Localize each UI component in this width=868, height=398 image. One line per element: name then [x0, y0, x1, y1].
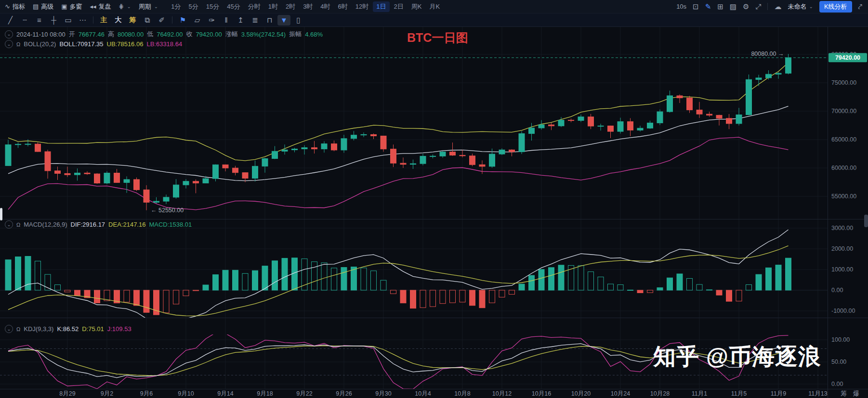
parallel-lines-tool-icon[interactable]: ≡: [33, 15, 46, 26]
boll-readout-row: ⌄ Ω BOLL(20,2) BOLL:70917.35 UB:78516.06…: [5, 40, 182, 48]
timeframe-1日[interactable]: 1日: [373, 1, 389, 12]
boll-name[interactable]: BOLL(20,2): [24, 40, 56, 48]
magnet-tool-icon[interactable]: ⊓: [263, 15, 276, 26]
collapse-chevron-icon[interactable]: ⌄: [5, 30, 13, 39]
draw-panel-icon[interactable]: ✎: [705, 2, 711, 11]
svg-text:9月14: 9月14: [217, 390, 233, 397]
top-menu-bar: ∿指标▤高级▣多窗◂◂复盘⋕⌄周期⌄ 1分5分15分45分分时1时2时3时4时6…: [0, 0, 868, 13]
svg-text:100.00: 100.00: [831, 336, 850, 343]
svg-text:-1000.00: -1000.00: [831, 308, 855, 314]
screenshot-icon[interactable]: ⊡: [693, 2, 699, 11]
macd-name[interactable]: MACD(12,26,9): [24, 221, 67, 228]
brush-tool-icon[interactable]: ✐: [155, 15, 168, 26]
trash-tool-icon[interactable]: ▯: [292, 15, 305, 26]
rectangle-tool-icon[interactable]: ▭: [62, 15, 75, 26]
advanced-menu[interactable]: ▤高级: [33, 2, 53, 11]
advanced-menu-label: 高级: [41, 2, 53, 11]
bottom-right-tabs: 筹 爆: [841, 389, 859, 398]
indicators-menu-label: 指标: [13, 2, 25, 11]
kline-stat-tool-icon[interactable]: ‖: [220, 15, 233, 26]
candle-pattern-menu[interactable]: ⋕⌄: [119, 3, 131, 10]
more-tools-icon[interactable]: ⋯: [76, 15, 89, 26]
bookmark-tool-icon[interactable]: ⚑: [176, 15, 189, 26]
timeframe-12时[interactable]: 12时: [352, 1, 372, 12]
replay-icon: ◂◂: [90, 3, 96, 10]
svg-text:10月4: 10月4: [415, 390, 431, 397]
scrollbar-nub[interactable]: [864, 215, 868, 227]
main-chart-toggle[interactable]: 主: [97, 15, 110, 26]
timeframe-周K[interactable]: 周K: [408, 1, 425, 12]
indicators-menu[interactable]: ∿指标: [5, 2, 25, 11]
drawing-toolbar: ╱┄≡┼▭⋯主大筹⧉✐⚑▱✑‖↥≣⊓▼▯: [0, 13, 868, 27]
fullscreen-icon[interactable]: ⤢: [755, 2, 761, 11]
image-export-icon[interactable]: ▨: [730, 2, 736, 11]
multi-window-menu-label: 多窗: [70, 2, 82, 11]
timeframe-6时[interactable]: 6时: [335, 1, 351, 12]
macd-readout-row: ⌄ Ω MACD(12,26,9) DIF:2916.17 DEA:2147.1…: [5, 220, 192, 229]
alert-bell-icon[interactable]: Ω: [16, 326, 20, 332]
collapse-chevron-icon[interactable]: ⌄: [5, 325, 13, 333]
collapse-chevron-icon[interactable]: ⌄: [5, 40, 13, 48]
note-tool-icon[interactable]: ≣: [249, 15, 262, 26]
large-view-toggle[interactable]: 大: [112, 15, 125, 26]
workspace-name[interactable]: 未命名: [788, 2, 806, 11]
svg-text:← 52550.00: ← 52550.00: [151, 207, 184, 214]
period-menu-label: 周期: [139, 2, 151, 11]
svg-text:10月12: 10月12: [492, 390, 512, 397]
chevron-down-icon: ⌄: [809, 4, 813, 9]
alert-bell-icon[interactable]: Ω: [16, 222, 20, 228]
add-pane-icon[interactable]: ⊞: [717, 2, 723, 11]
measure-tool-icon[interactable]: ⧉: [141, 15, 154, 26]
timeframe-3时[interactable]: 3时: [300, 1, 316, 12]
change-value: 3.58%(2742.54): [241, 31, 286, 38]
chips-tab[interactable]: 筹: [841, 389, 847, 398]
timeframe-4时[interactable]: 4时: [317, 1, 333, 12]
pen-tool-icon[interactable]: ✑: [205, 15, 218, 26]
filter-tool-icon[interactable]: ▼: [277, 15, 290, 26]
svg-text:1000.00: 1000.00: [831, 266, 853, 273]
pane-resize-handle[interactable]: [0, 208, 2, 220]
timeframe-2日[interactable]: 2日: [391, 1, 407, 12]
timeframe-月K[interactable]: 月K: [426, 1, 443, 12]
kdj-k-value: K:86.52: [57, 325, 79, 333]
ohlc-readout-row: ⌄ 2024-11-10 08:00 开 76677.46 高 80080.00…: [5, 30, 323, 39]
svg-text:80080.00 →: 80080.00 →: [751, 51, 784, 57]
multi-window-menu[interactable]: ▣多窗: [61, 2, 82, 11]
svg-text:9月10: 9月10: [178, 390, 194, 397]
indicator-icon: ∿: [5, 3, 10, 10]
change-label: 涨幅: [225, 30, 238, 39]
kdj-name[interactable]: KDJ(9,3,3): [24, 325, 53, 333]
settings-icon[interactable]: ⚙: [743, 2, 749, 11]
collapse-chevron-icon[interactable]: ⌄: [5, 220, 13, 229]
chips-toggle[interactable]: 筹: [126, 15, 139, 26]
share-icon[interactable]: ⤤: [858, 2, 862, 11]
low-value: 76492.00: [157, 31, 183, 38]
trend-line-tool-icon[interactable]: ╱: [4, 15, 17, 26]
timeframe-selector: 1分5分15分45分分时1时2时3时4时6时12时1日2日周K月K: [168, 1, 443, 12]
timeframe-1分[interactable]: 1分: [168, 1, 184, 12]
svg-text:10月28: 10月28: [650, 390, 670, 397]
timeframe-分时[interactable]: 分时: [245, 1, 264, 12]
boll-ub-value: UB:78516.06: [107, 40, 144, 48]
timeframe-1时[interactable]: 1时: [265, 1, 281, 12]
timeframe-45分[interactable]: 45分: [224, 1, 243, 12]
open-label: 开: [69, 30, 75, 39]
liquidation-tab[interactable]: 爆: [853, 389, 859, 398]
cloud-icon[interactable]: ☁: [774, 2, 781, 11]
svg-text:9月2: 9月2: [101, 390, 113, 397]
timeframe-5分[interactable]: 5分: [185, 1, 201, 12]
chart-canvas[interactable]: 80000.0075000.0070000.0065000.0060000.00…: [0, 0, 868, 398]
replay-menu[interactable]: ◂◂复盘: [90, 2, 111, 11]
horizontal-line-tool-icon[interactable]: ┄: [18, 15, 31, 26]
alert-bell-icon[interactable]: Ω: [16, 41, 20, 47]
period-menu[interactable]: 周期⌄: [139, 2, 158, 11]
timeframe-15分[interactable]: 15分: [203, 1, 223, 12]
ruler-tool-icon[interactable]: ▱: [191, 15, 204, 26]
workspace-name-wrap[interactable]: 未命名⌄: [788, 2, 813, 11]
boll-mid-value: BOLL:70917.35: [59, 40, 103, 48]
timeframe-2时[interactable]: 2时: [282, 1, 299, 12]
kline-analysis-button[interactable]: K线分析: [819, 1, 852, 13]
crosshair-tool-icon[interactable]: ┼: [47, 15, 60, 26]
export-tool-icon[interactable]: ↥: [234, 15, 247, 26]
svg-text:55000.00: 55000.00: [831, 193, 856, 200]
